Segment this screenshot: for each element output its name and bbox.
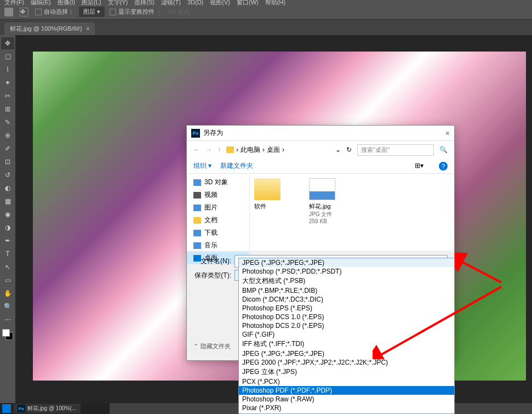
file-list[interactable]: 软件 鲜花.jpg JPG 文件 259 KB — [250, 174, 454, 251]
layer-dropdown[interactable]: 图层 ▾ — [78, 6, 105, 18]
tab-close-icon[interactable]: × — [87, 26, 90, 32]
pen-tool[interactable]: ✒ — [1, 235, 14, 247]
move-tool[interactable]: ✥ — [1, 37, 14, 49]
folder-icon — [254, 178, 281, 200]
menu-file[interactable]: 文件(F) — [4, 0, 24, 7]
eyedropper-tool[interactable]: ✎ — [1, 116, 14, 128]
menu-select[interactable]: 选择(S) — [134, 0, 155, 7]
hand-tool[interactable]: ✋ — [1, 287, 14, 299]
pictures-icon — [193, 205, 201, 211]
filename-label: 文件名(N): — [193, 257, 234, 266]
show-transform-label: 显示变换控件 — [118, 8, 155, 16]
jpg-icon — [309, 178, 335, 200]
menu-layer[interactable]: 图层(L) — [82, 0, 101, 7]
breadcrumb[interactable]: › 此电脑 › 桌面 › ⌄ — [226, 145, 341, 155]
crop-tool[interactable]: ✂ — [1, 90, 14, 102]
format-option[interactable]: Photoshop Raw (*.RAW) — [239, 395, 454, 404]
shape-tool[interactable]: ▭ — [1, 274, 14, 286]
annotation-arrow — [455, 252, 504, 285]
view-mode-icon[interactable]: ⊞▾ — [415, 162, 426, 171]
document-tab[interactable]: 鲜花.jpg @ 100%(RGB/8#) × — [4, 22, 95, 35]
path-pc[interactable]: 此电脑 — [241, 145, 260, 155]
move-tool-icon[interactable]: ✥ — [20, 8, 28, 16]
sidebar-item-documents[interactable]: 文档 — [187, 214, 249, 226]
dodge-tool[interactable]: ◑ — [1, 222, 14, 234]
file-item[interactable]: 鲜花.jpg JPG 文件 259 KB — [309, 178, 353, 246]
tab-label: 鲜花.jpg @ 100%(RGB/8#) — [10, 25, 82, 33]
gradient-tool[interactable]: ▦ — [1, 195, 14, 207]
type-tool[interactable]: T — [1, 248, 14, 260]
history-brush-tool[interactable]: ↺ — [1, 169, 14, 181]
sidebar-item-video[interactable]: 视频 — [187, 189, 249, 201]
sidebar-item-pictures[interactable]: 图片 — [187, 201, 249, 214]
menu-edit[interactable]: 编辑(E) — [31, 0, 51, 7]
help-icon[interactable]: ? — [439, 162, 448, 171]
hidden-folders-toggle[interactable]: ⌃ 隐藏文件夹 — [187, 340, 237, 353]
sidebar-item-music[interactable]: 音乐 — [187, 239, 249, 252]
brush-tool[interactable]: ✐ — [1, 143, 14, 155]
organize-button[interactable]: 组织 ▾ — [193, 161, 211, 171]
menu-3d[interactable]: 3D(D) — [187, 0, 203, 5]
downloads-icon — [193, 230, 201, 236]
foreground-color[interactable] — [2, 329, 10, 337]
show-transform-checkbox[interactable] — [110, 9, 116, 15]
3d-icon — [193, 179, 201, 186]
sidebar-item-downloads[interactable]: 下载 — [187, 226, 249, 239]
taskbar-item[interactable]: Ps 鲜花.jpg @ 100%(... — [13, 404, 81, 413]
path-desktop[interactable]: 桌面 — [267, 145, 280, 155]
color-swatches[interactable] — [2, 329, 13, 340]
format-option[interactable]: Photoshop (*.PSD;*.PDD;*.PSDT) — [239, 267, 454, 276]
menu-view[interactable]: 视图(V) — [210, 0, 230, 7]
search-icon[interactable]: 🔍 — [439, 146, 448, 154]
format-option[interactable]: PCX (*.PCX) — [239, 377, 454, 386]
chevron-icon: ⌃ — [193, 343, 198, 350]
menu-help[interactable]: 帮助(H) — [265, 0, 285, 7]
auto-select-checkbox[interactable] — [35, 9, 42, 15]
healing-tool[interactable]: ⊕ — [1, 129, 14, 141]
menu-type[interactable]: 文字(Y) — [108, 0, 128, 7]
format-option[interactable]: JPEG (*.JPG;*.JPEG;*.JPE) — [239, 258, 454, 267]
nav-back-icon[interactable]: ← — [193, 146, 200, 154]
frame-tool[interactable]: ⊞ — [1, 103, 14, 115]
tools-panel: ✥ ▢ ⌇ ✦ ✂ ⊞ ✎ ⊕ ✐ ⊡ ↺ ◐ ▦ ◉ ◑ ✒ T ↖ ▭ ✋ … — [0, 35, 15, 403]
nav-up-icon[interactable]: ↑ — [218, 146, 221, 154]
marquee-tool[interactable]: ▢ — [1, 50, 14, 63]
ps-icon: Ps — [191, 129, 200, 138]
eraser-tool[interactable]: ◐ — [1, 182, 14, 194]
taskbar: Ps 鲜花.jpg @ 100%(... — [0, 403, 110, 414]
blur-tool[interactable]: ◉ — [1, 208, 14, 220]
dialog-sidebar: 3D 对象 视频 图片 文档 下载 音乐 桌面 — [187, 174, 250, 251]
path-sep: › — [236, 146, 238, 154]
file-name: 鲜花.jpg — [309, 202, 353, 211]
search-input[interactable]: 搜索"桌面" — [357, 144, 434, 156]
dialog-titlebar: Ps 另存为 × — [187, 126, 454, 141]
annotation-arrow — [373, 282, 504, 359]
home-icon[interactable] — [4, 8, 13, 16]
refresh-icon[interactable]: ↻ — [346, 146, 352, 154]
windows-start-icon[interactable] — [2, 404, 11, 413]
format-option[interactable]: Pixar (*.PXR) — [239, 404, 454, 412]
format-option[interactable]: Photoshop PDF (*.PDF;*.PDP) — [239, 386, 454, 395]
file-item[interactable]: 软件 — [254, 178, 298, 246]
lasso-tool[interactable]: ⌇ — [1, 64, 14, 76]
video-icon — [193, 192, 201, 199]
mode-3d-label: 3D 模式： — [168, 8, 196, 16]
music-icon — [193, 242, 201, 249]
dialog-toolbar: 组织 ▾ 新建文件夹 ⊞▾ ? — [187, 158, 454, 174]
auto-select-label: 自动选择： — [44, 8, 74, 16]
zoom-tool[interactable]: 🔍 — [1, 300, 14, 313]
format-option[interactable]: JPEG 2000 (*.JPF;*.JPX;*.JP2;*.J2C;*.J2K… — [239, 358, 454, 367]
path-sep: › — [262, 146, 265, 154]
format-option[interactable]: JPEG 立体 (*.JPS) — [239, 367, 454, 377]
sidebar-item-3d[interactable]: 3D 对象 — [187, 176, 249, 189]
dialog-close-button[interactable]: × — [445, 129, 450, 138]
menu-filter[interactable]: 滤镜(T) — [161, 0, 181, 7]
menu-image[interactable]: 图像(I) — [58, 0, 75, 7]
new-folder-button[interactable]: 新建文件夹 — [220, 161, 253, 171]
nav-forward-icon[interactable]: → — [205, 146, 212, 154]
path-tool[interactable]: ↖ — [1, 261, 14, 273]
menu-window[interactable]: 窗口(W) — [237, 0, 259, 7]
stamp-tool[interactable]: ⊡ — [1, 156, 14, 168]
wand-tool[interactable]: ✦ — [1, 77, 14, 89]
edit-toolbar[interactable]: ⋯ — [1, 314, 14, 326]
